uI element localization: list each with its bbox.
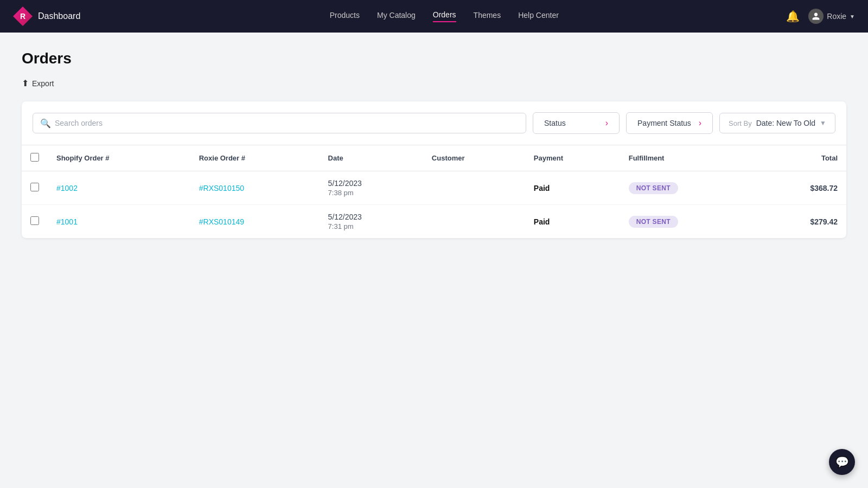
brand-logo[interactable]: Dashboard (13, 7, 80, 26)
chat-icon: 💬 (835, 455, 849, 468)
row-checkbox-cell (22, 171, 48, 205)
row-payment: Paid (525, 171, 620, 205)
export-label: Export (32, 79, 54, 88)
main-content: Orders ⬆ Export 🔍 Status › Payment Statu… (0, 33, 868, 255)
row-customer (423, 205, 525, 239)
roxie-order-link-#RXS010149[interactable]: #RXS010149 (199, 217, 244, 226)
select-all-checkbox[interactable] (30, 153, 39, 162)
date-main: 5/12/2023 (328, 179, 414, 188)
sort-value: Date: New To Old (756, 119, 815, 127)
row-date: 5/12/2023 7:31 pm (320, 205, 423, 239)
header-total: Total (755, 145, 846, 171)
chat-widget-button[interactable]: 💬 (829, 449, 855, 475)
orders-container: 🔍 Status › Payment Status › Sort By Date… (22, 101, 846, 238)
user-name: Roxie (827, 12, 846, 21)
search-input[interactable] (33, 113, 526, 133)
row-checkbox-0[interactable] (30, 183, 39, 191)
row-customer (423, 171, 525, 205)
header-payment: Payment (525, 145, 620, 171)
status-filter-button[interactable]: Status › (533, 112, 620, 134)
row-checkbox-cell (22, 205, 48, 239)
row-checkbox-1[interactable] (30, 216, 39, 225)
date-time: 7:38 pm (328, 189, 414, 197)
row-fulfillment: NOT SENT (620, 171, 756, 205)
fulfillment-badge: NOT SENT (629, 182, 678, 194)
date-main: 5/12/2023 (328, 213, 414, 221)
row-roxie-order: #RXS010149 (190, 205, 320, 239)
payment-status-chevron-icon: › (699, 118, 701, 128)
nav-products[interactable]: Products (330, 11, 360, 22)
header-roxie-order: Roxie Order # (190, 145, 320, 171)
search-wrapper: 🔍 (33, 113, 526, 133)
navbar: Dashboard Products My Catalog Orders The… (0, 0, 868, 33)
export-button[interactable]: ⬆ Export (22, 78, 54, 88)
table-row: #1001 #RXS010149 5/12/2023 7:31 pm Paid … (22, 205, 846, 239)
shopify-order-link-#1001[interactable]: #1001 (56, 217, 78, 226)
logo-diamond-icon (13, 7, 33, 26)
row-total: $279.42 (755, 205, 846, 239)
search-icon: 🔍 (40, 118, 51, 129)
orders-table: Shopify Order # Roxie Order # Date Custo… (22, 145, 846, 238)
brand-name: Dashboard (38, 11, 80, 21)
filters-bar: 🔍 Status › Payment Status › Sort By Date… (22, 101, 846, 145)
row-date: 5/12/2023 7:38 pm (320, 171, 423, 205)
sort-select[interactable]: Sort By Date: New To Old ▼ (719, 113, 835, 133)
header-customer: Customer (423, 145, 525, 171)
user-chevron-icon: ▼ (850, 14, 855, 20)
row-shopify-order: #1002 (48, 171, 190, 205)
payment-status-value: Paid (534, 217, 550, 226)
row-fulfillment: NOT SENT (620, 205, 756, 239)
shopify-order-link-#1002[interactable]: #1002 (56, 184, 78, 192)
payment-status-filter-label: Payment Status (637, 119, 691, 127)
page-title: Orders (22, 50, 846, 67)
row-payment: Paid (525, 205, 620, 239)
header-shopify-order: Shopify Order # (48, 145, 190, 171)
nav-right: 🔔 Roxie ▼ (786, 9, 855, 24)
notification-bell-icon[interactable]: 🔔 (786, 10, 800, 23)
payment-status-value: Paid (534, 184, 550, 192)
payment-status-filter-button[interactable]: Payment Status › (626, 112, 713, 134)
header-checkbox-cell (22, 145, 48, 171)
row-roxie-order: #RXS010150 (190, 171, 320, 205)
nav-themes[interactable]: Themes (474, 11, 501, 22)
status-chevron-icon: › (605, 118, 608, 128)
sort-chevron-icon: ▼ (820, 119, 826, 127)
nav-orders[interactable]: Orders (433, 10, 456, 22)
user-menu[interactable]: Roxie ▼ (808, 9, 855, 24)
row-shopify-order: #1001 (48, 205, 190, 239)
nav-help-center[interactable]: Help Center (518, 11, 559, 22)
user-avatar-icon (808, 9, 824, 24)
status-filter-label: Status (544, 119, 566, 127)
nav-my-catalog[interactable]: My Catalog (377, 11, 416, 22)
date-time: 7:31 pm (328, 222, 414, 230)
table-row: #1002 #RXS010150 5/12/2023 7:38 pm Paid … (22, 171, 846, 205)
roxie-order-link-#RXS010150[interactable]: #RXS010150 (199, 184, 244, 192)
row-total: $368.72 (755, 171, 846, 205)
nav-links: Products My Catalog Orders Themes Help C… (102, 10, 786, 22)
header-fulfillment: Fulfillment (620, 145, 756, 171)
table-header-row: Shopify Order # Roxie Order # Date Custo… (22, 145, 846, 171)
header-date: Date (320, 145, 423, 171)
export-icon: ⬆ (22, 78, 29, 88)
fulfillment-badge: NOT SENT (629, 216, 678, 228)
sort-label: Sort By (729, 119, 752, 127)
